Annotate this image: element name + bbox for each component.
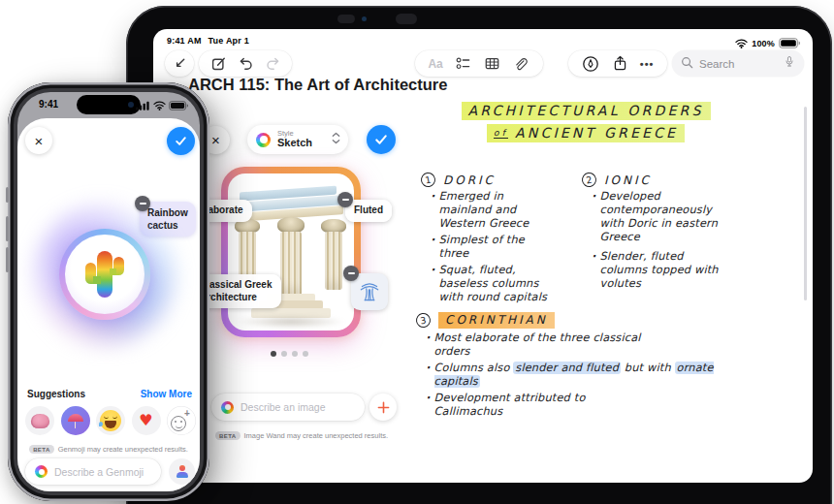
signal-icon bbox=[136, 101, 150, 110]
doric-bullet: Simplest of the three bbox=[431, 234, 545, 261]
page-dot[interactable] bbox=[303, 351, 308, 357]
laughing-face-icon bbox=[100, 410, 121, 431]
new-emoji-icon: + bbox=[171, 410, 192, 431]
remove-fluted-button[interactable] bbox=[337, 192, 353, 207]
iphone-time: 9:41 bbox=[39, 99, 58, 110]
ipad-screen: 9:41 AM Tue Apr 1 100% bbox=[153, 29, 813, 483]
wifi-icon bbox=[735, 39, 748, 49]
corinthian-bullet: Most elaborate of the three classical or… bbox=[426, 331, 670, 359]
page-dot-active[interactable] bbox=[271, 351, 276, 357]
undo-button[interactable] bbox=[237, 54, 255, 73]
attachment-button[interactable] bbox=[512, 54, 530, 73]
collapse-icon bbox=[171, 54, 189, 73]
remove-sketch-button[interactable] bbox=[343, 266, 359, 281]
suggestion-new-emoji-button[interactable]: + bbox=[167, 406, 196, 435]
sketch-reference-thumbnail[interactable] bbox=[351, 273, 388, 310]
share-button[interactable] bbox=[611, 54, 629, 73]
ipad-camera-dot bbox=[362, 16, 367, 21]
describe-image-field[interactable] bbox=[211, 394, 365, 421]
dictation-mic-icon[interactable] bbox=[784, 54, 795, 73]
genmoji-icon bbox=[35, 465, 48, 478]
describe-genmoji-input[interactable] bbox=[54, 466, 151, 478]
text-format-button[interactable]: Aa bbox=[428, 57, 442, 71]
suggestion-laughing-emoji[interactable] bbox=[96, 406, 125, 435]
collapse-button[interactable] bbox=[165, 50, 194, 77]
describe-image-input[interactable] bbox=[241, 401, 355, 413]
remove-rainbow-cactus-button[interactable] bbox=[135, 196, 150, 211]
cactus-right-joint bbox=[110, 268, 116, 275]
genmoji-confirm-button[interactable] bbox=[167, 127, 195, 155]
heading-line1: ARCHITECTURAL ORDERS bbox=[462, 102, 711, 120]
note-actions-group: ••• bbox=[568, 50, 667, 77]
redo-button[interactable] bbox=[264, 54, 282, 73]
genmoji-sheet: × Rainbow cactus Suggestions bbox=[17, 118, 200, 491]
heading-of: of bbox=[494, 128, 508, 139]
ionic-title: IONIC bbox=[604, 173, 652, 187]
table-button[interactable] bbox=[483, 54, 501, 73]
page-dot[interactable] bbox=[292, 351, 298, 357]
search-input[interactable] bbox=[699, 58, 778, 70]
search-field[interactable] bbox=[672, 50, 804, 77]
doric-bullet: Emerged in mainland and Western Greece bbox=[431, 190, 549, 231]
more-button[interactable]: ••• bbox=[640, 58, 655, 70]
close-icon: × bbox=[35, 134, 44, 148]
genmoji-disclaimer: BETA Genmoji may create unexpected resul… bbox=[17, 445, 200, 454]
ipad-camera-lens bbox=[396, 14, 417, 24]
suggestion-brain-emoji[interactable] bbox=[25, 406, 54, 435]
format-tools-group: Aa bbox=[415, 50, 543, 77]
notes-scrollbar[interactable] bbox=[804, 107, 807, 300]
people-genmoji-button[interactable] bbox=[169, 458, 195, 485]
corinthian-bullet: Development attributed to Callimachus bbox=[426, 392, 651, 419]
checkmark-icon bbox=[374, 134, 388, 145]
suggestion-umbrella-emoji[interactable] bbox=[61, 406, 90, 435]
checklist-button[interactable] bbox=[454, 54, 472, 73]
add-image-button[interactable] bbox=[369, 394, 397, 421]
column-shaft bbox=[325, 232, 342, 290]
iphone-screen: 9:41 × Rainbow cactus bbox=[17, 92, 200, 491]
volume-down-button bbox=[6, 247, 9, 272]
compose-button[interactable] bbox=[209, 54, 228, 73]
ipad-camera-pill bbox=[337, 15, 355, 23]
ipad-status-left: 9:41 AM Tue Apr 1 bbox=[167, 36, 249, 46]
doric-bullet: Squat, fluted, baseless columns with rou… bbox=[431, 264, 559, 304]
show-more-link[interactable]: Show More bbox=[141, 389, 192, 399]
heart-icon: ♥ bbox=[139, 413, 152, 428]
beta-badge: BETA bbox=[29, 445, 54, 454]
image-wand-confirm-button[interactable] bbox=[367, 125, 396, 154]
generated-image-card[interactable] bbox=[221, 167, 361, 337]
describe-genmoji-field[interactable] bbox=[25, 458, 161, 485]
action-button bbox=[6, 187, 9, 203]
cactus-left-joint bbox=[93, 276, 101, 284]
rainbow-cactus-emoji bbox=[83, 247, 126, 301]
iphone-status-icons bbox=[136, 101, 188, 110]
suggestion-heart-emoji[interactable]: ♥ bbox=[132, 406, 161, 435]
markup-pen-button[interactable] bbox=[582, 54, 600, 73]
close-icon: × bbox=[211, 133, 220, 147]
battery-icon bbox=[169, 101, 188, 110]
corinthian-bullet: Columns also slender and fluted but with… bbox=[426, 362, 738, 389]
iphone-device: 9:41 × Rainbow cactus bbox=[8, 82, 209, 501]
doric-number: 1 bbox=[420, 172, 436, 188]
page-dot[interactable] bbox=[281, 351, 287, 357]
volume-up-button bbox=[6, 216, 9, 241]
style-swatch-icon bbox=[256, 133, 271, 147]
dynamic-island bbox=[77, 95, 141, 114]
edit-history-group bbox=[199, 50, 292, 77]
style-selector[interactable]: Style Sketch bbox=[247, 125, 348, 154]
ground-shadow bbox=[236, 315, 346, 329]
ionic-bullet: Slender, fluted columns topped with volu… bbox=[592, 250, 727, 291]
genmoji-close-button[interactable]: × bbox=[25, 127, 52, 154]
ionic-number: 2 bbox=[581, 172, 597, 188]
sketch-capital-icon bbox=[357, 279, 382, 304]
checkmark-icon bbox=[175, 136, 187, 146]
image-wand-icon bbox=[221, 401, 234, 414]
image-pagination[interactable] bbox=[271, 351, 308, 357]
front-camera bbox=[128, 102, 134, 108]
doric-title: DORIC bbox=[443, 173, 496, 187]
corinthian-title: CORINTHIAN bbox=[438, 312, 555, 329]
plus-icon bbox=[377, 401, 390, 414]
suggestion-row: ♥ + bbox=[25, 406, 196, 435]
handwritten-heading: ARCHITECTURAL ORDERS ofANCIENT GREECE bbox=[434, 103, 737, 141]
suggestions-label: Suggestions bbox=[27, 389, 85, 399]
brain-icon bbox=[31, 414, 49, 428]
